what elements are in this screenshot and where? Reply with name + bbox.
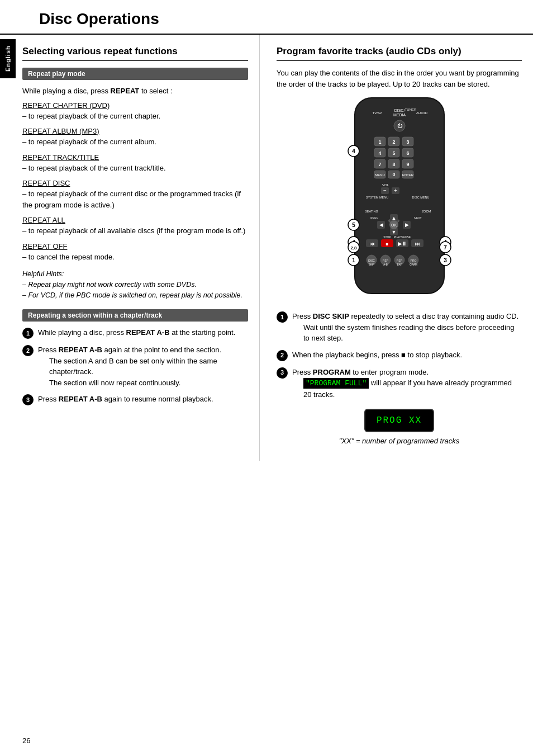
repeat-off: REPEAT OFF – to cancel the repeat mode. — [22, 242, 248, 263]
svg-text:+: + — [394, 187, 397, 193]
section-steps-list: 1 While playing a disc, press REPEAT A-B… — [22, 327, 248, 405]
title-bar: Disc Operations — [0, 0, 533, 35]
repeat-disc-desc: – to repeat playback of the current disc… — [22, 188, 248, 210]
svg-text:STOP: STOP — [383, 235, 391, 239]
svg-text:A-B: A-B — [383, 263, 388, 266]
svg-text:4: 4 — [378, 150, 381, 156]
svg-text:REP: REP — [382, 259, 388, 262]
svg-text:1: 1 — [352, 257, 355, 263]
repeat-album-desc: – to repeat playback of the current albu… — [22, 136, 248, 148]
repeat-intro: While playing a disc, press REPEAT to se… — [22, 86, 248, 97]
repeat-off-title: REPEAT OFF — [22, 242, 67, 251]
repeat-all: REPEAT ALL – to repeat playback of all a… — [22, 216, 248, 237]
svg-text:0: 0 — [392, 172, 395, 177]
program-step-3: 3 Press PROGRAM to enter program mode. "… — [277, 367, 522, 400]
prog-step-content-2: When the playback begins, press ■ to sto… — [292, 349, 522, 361]
section-step-2: 2 Press REPEAT A-B again at the point to… — [22, 344, 248, 388]
svg-text:PREV: PREV — [370, 216, 378, 220]
step-2-note-1: The section A and B can be set only with… — [49, 356, 248, 377]
svg-text:−: − — [383, 187, 387, 193]
repeat-chapter-desc: – to repeat playback of the current chap… — [22, 111, 248, 122]
svg-text:REP: REP — [396, 259, 402, 262]
side-tab: English — [0, 39, 16, 78]
prog-step-num-3: 3 — [277, 367, 288, 379]
svg-text:DISC MENU: DISC MENU — [412, 196, 429, 199]
repeat-track-title: REPEAT TRACK/TITLE — [22, 153, 99, 162]
svg-text:MEDIA: MEDIA — [393, 113, 406, 117]
helpful-hints: Helpful Hints: – Repeat play might not w… — [22, 269, 248, 300]
repeat-chapter: REPEAT CHAPTER (DVD) – to repeat playbac… — [22, 101, 248, 122]
program-step-2: 2 When the playback begins, press ■ to s… — [277, 349, 522, 361]
remote-container: DISC/ MEDIA TV/AV AUX/ID TUNER ⏻ 1 2 3 — [277, 95, 522, 302]
svg-text:⏮: ⏮ — [369, 241, 374, 247]
repeat-all-desc: – to repeat playback of all available di… — [22, 225, 248, 237]
svg-text:▼: ▼ — [391, 229, 396, 235]
svg-text:PLAY/PAUSE: PLAY/PAUSE — [393, 235, 411, 239]
svg-text:MENU: MENU — [375, 173, 385, 177]
svg-text:TUNER: TUNER — [404, 108, 416, 111]
page-number: 26 — [22, 736, 30, 745]
step-2-note-2: The section will now repeat continuously… — [49, 377, 248, 389]
svg-text:SEATING: SEATING — [365, 210, 378, 213]
svg-text:PRO: PRO — [410, 259, 416, 262]
left-section-title: Selecting various repeat functions — [22, 46, 248, 61]
svg-text:▶⏸: ▶⏸ — [398, 241, 407, 247]
svg-text:▶: ▶ — [404, 222, 408, 228]
svg-text:4: 4 — [352, 148, 355, 154]
svg-text:DISC/: DISC/ — [394, 108, 404, 112]
svg-text:6: 6 — [406, 150, 409, 156]
svg-text:TV/AV: TV/AV — [372, 111, 382, 115]
svg-text:VOL: VOL — [382, 183, 389, 187]
svg-text:EAT: EAT — [397, 263, 402, 266]
section-step-1: 1 While playing a disc, press REPEAT A-B… — [22, 327, 248, 339]
svg-text:5: 5 — [352, 222, 355, 228]
prog-step-3-note: "PROGRAM FULL" will appear if you have a… — [303, 377, 522, 400]
right-section-title: Program favorite tracks (audio CDs only) — [277, 46, 522, 61]
svg-text:◀: ◀ — [379, 222, 383, 228]
repeat-track-desc: – to repeat playback of the current trac… — [22, 163, 248, 174]
svg-text:⏻: ⏻ — [397, 123, 402, 129]
svg-text:7: 7 — [444, 244, 447, 251]
svg-text:GRAM: GRAM — [410, 263, 417, 266]
prog-caption: "XX" = number of programmed tracks — [339, 437, 460, 445]
step-content-1: While playing a disc, press REPEAT A-B a… — [38, 327, 248, 338]
step-number-3: 3 — [22, 394, 34, 405]
svg-text:2: 2 — [392, 139, 395, 145]
repeat-play-mode-header: Repeat play mode — [22, 68, 248, 80]
svg-text:1: 1 — [378, 139, 381, 145]
prog-step-content-3: Press PROGRAM to enter program mode. "PR… — [292, 367, 522, 400]
svg-text:ZOOM: ZOOM — [421, 210, 431, 213]
left-column: Selecting various repeat functions Repea… — [0, 35, 260, 461]
step-number-1: 1 — [22, 328, 34, 339]
prog-display-container: PROG XX "XX" = number of programmed trac… — [277, 409, 522, 445]
svg-text:3: 3 — [406, 139, 409, 145]
repeat-off-desc: – to cancel the repeat mode. — [22, 252, 248, 263]
repeat-chapter-title: REPEAT CHAPTER (DVD) — [22, 101, 110, 110]
prog-step-content-1: Press DISC SKIP repeatedly to select a d… — [292, 311, 522, 344]
svg-text:▲: ▲ — [391, 215, 396, 221]
program-steps-list: 1 Press DISC SKIP repeatedly to select a… — [277, 311, 522, 400]
right-column: Program favorite tracks (audio CDs only)… — [260, 35, 533, 461]
step-content-2: Press REPEAT A-B again at the point to e… — [38, 344, 248, 388]
repeat-disc-title: REPEAT DISC — [22, 179, 70, 187]
hint-1: – Repeat play might not work correctly w… — [22, 280, 248, 290]
step-number-2: 2 — [22, 345, 34, 356]
svg-text:AUX/ID: AUX/ID — [416, 111, 427, 115]
svg-text:2,8: 2,8 — [350, 245, 357, 251]
repeat-album: REPEAT ALBUM (MP3) – to repeat playback … — [22, 127, 248, 148]
page-title: Disc Operations — [39, 10, 159, 28]
svg-text:SKIP: SKIP — [368, 263, 374, 266]
svg-text:OK: OK — [391, 223, 396, 227]
prog-step-1-note: Wait until the system finishes reading t… — [303, 322, 522, 344]
page-container: English Disc Operations Selecting variou… — [0, 0, 533, 756]
repeat-track: REPEAT TRACK/TITLE – to repeat playback … — [22, 153, 248, 174]
repeat-all-title: REPEAT ALL — [22, 216, 65, 224]
remote-svg: DISC/ MEDIA TV/AV AUX/ID TUNER ⏻ 1 2 3 — [338, 95, 461, 302]
svg-text:■: ■ — [386, 242, 388, 247]
prog-step-num-2: 2 — [277, 350, 288, 361]
svg-text:SYSTEM MENU: SYSTEM MENU — [365, 196, 388, 199]
svg-text:5: 5 — [392, 150, 395, 156]
right-intro: You can play the contents of the disc in… — [277, 68, 522, 89]
program-step-1: 1 Press DISC SKIP repeatedly to select a… — [277, 311, 522, 344]
section-step-3: 3 Press REPEAT A-B again to resume norma… — [22, 394, 248, 405]
